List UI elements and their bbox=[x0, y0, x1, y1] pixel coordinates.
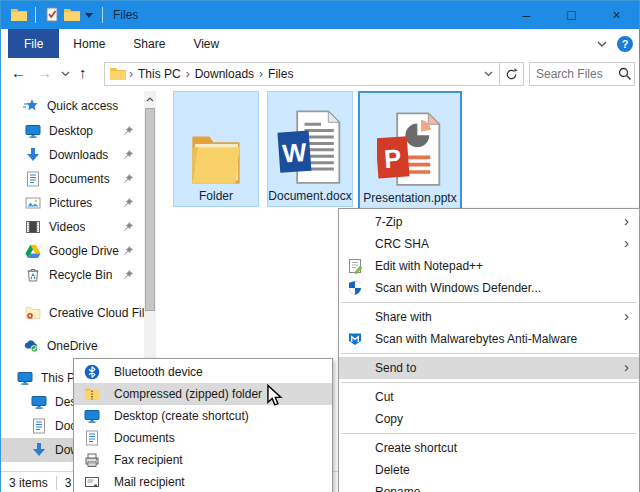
forward-button[interactable]: → bbox=[37, 64, 52, 81]
sidebar-item-label: Videos bbox=[49, 220, 85, 234]
status-separator bbox=[56, 476, 57, 490]
app-folder-icon bbox=[11, 7, 27, 23]
recent-locations-icon[interactable] bbox=[61, 71, 70, 77]
help-button[interactable]: ? bbox=[617, 36, 633, 52]
submenu-item-bluetooth[interactable]: Bluetooth device bbox=[74, 361, 332, 383]
sidebar-item-google-drive[interactable]: Google Drive bbox=[1, 239, 144, 263]
breadcrumb-this-pc[interactable]: This PC bbox=[138, 67, 181, 81]
scrollbar-thumb[interactable] bbox=[145, 108, 155, 311]
selected-count: 3 bbox=[65, 476, 72, 490]
sidebar-item-creative-cloud[interactable]: Creative Cloud Fil bbox=[1, 301, 144, 325]
close-button[interactable]: × bbox=[594, 1, 639, 29]
expand-ribbon-icon[interactable] bbox=[597, 41, 607, 47]
menu-item-label: Share with bbox=[375, 310, 432, 324]
menu-separator bbox=[341, 433, 637, 434]
sidebar-item-documents[interactable]: Documents bbox=[1, 167, 144, 191]
menu-item-rename[interactable]: Rename bbox=[339, 481, 639, 492]
title-bar: Files – □ × bbox=[1, 1, 639, 29]
tab-file[interactable]: File bbox=[8, 29, 59, 58]
document-icon bbox=[31, 418, 47, 434]
menu-item-scan-defender[interactable]: Scan with Windows Defender... bbox=[339, 277, 639, 299]
document-icon bbox=[84, 430, 100, 446]
menu-item-label: CRC SHA bbox=[375, 237, 429, 251]
search-input[interactable] bbox=[530, 66, 618, 82]
qat-properties-icon[interactable] bbox=[44, 7, 60, 23]
submenu-item-compressed-folder[interactable]: Compressed (zipped) folder bbox=[74, 383, 332, 405]
malwarebytes-icon bbox=[347, 331, 363, 347]
address-dropdown-icon[interactable] bbox=[484, 71, 493, 77]
sidebar-item-quick-access[interactable]: Quick access bbox=[1, 94, 144, 118]
menu-item-label: Compressed (zipped) folder bbox=[114, 387, 262, 401]
sidebar-item-desktop[interactable]: Desktop bbox=[1, 119, 144, 143]
sidebar-item-label: Pictures bbox=[49, 196, 92, 210]
submenu-item-desktop-shortcut[interactable]: Desktop (create shortcut) bbox=[74, 405, 332, 427]
refresh-button[interactable] bbox=[499, 63, 523, 85]
menu-item-delete[interactable]: Delete bbox=[339, 459, 639, 481]
breadcrumb-downloads[interactable]: Downloads bbox=[195, 67, 254, 81]
mail-icon bbox=[84, 474, 100, 490]
search-icon[interactable] bbox=[618, 67, 632, 81]
menu-item-crc-sha[interactable]: CRC SHA › bbox=[339, 233, 639, 255]
tab-home[interactable]: Home bbox=[59, 29, 119, 58]
file-name: Document.docx bbox=[268, 189, 351, 203]
pictures-icon bbox=[25, 195, 41, 211]
breadcrumb-files[interactable]: Files bbox=[268, 67, 293, 81]
file-tile-presentation[interactable]: P Presentation.pptx bbox=[358, 91, 462, 210]
sidebar-item-label: Downloads bbox=[49, 148, 108, 162]
ribbon-tab-bar: File Home Share View bbox=[1, 29, 639, 59]
qat-dropdown-icon[interactable] bbox=[85, 13, 93, 18]
minimize-button[interactable]: – bbox=[504, 1, 549, 29]
back-button[interactable]: ← bbox=[11, 64, 26, 81]
sidebar-item-label: Desktop bbox=[49, 124, 93, 138]
context-menu: 7-Zip › CRC SHA › Edit with Notepad++ Sc… bbox=[338, 208, 640, 492]
qat-separator-2 bbox=[102, 7, 103, 23]
qat-new-folder-icon[interactable] bbox=[64, 7, 80, 23]
menu-item-label: Delete bbox=[375, 463, 410, 477]
menu-item-label: Create shortcut bbox=[375, 441, 457, 455]
pin-icon bbox=[121, 221, 134, 234]
sidebar-item-onedrive[interactable]: OneDrive bbox=[1, 334, 144, 358]
menu-separator bbox=[341, 353, 637, 354]
up-button[interactable]: ↑ bbox=[79, 64, 87, 81]
menu-item-edit-notepad[interactable]: Edit with Notepad++ bbox=[339, 255, 639, 277]
submenu-item-fax[interactable]: Fax recipient bbox=[74, 449, 332, 471]
download-arrow-icon bbox=[25, 147, 41, 163]
folder-icon bbox=[185, 133, 247, 187]
menu-item-scan-malwarebytes[interactable]: Scan with Malwarebytes Anti-Malware bbox=[339, 328, 639, 350]
menu-item-7zip[interactable]: 7-Zip › bbox=[339, 211, 639, 233]
menu-item-create-shortcut[interactable]: Create shortcut bbox=[339, 437, 639, 459]
menu-item-share-with[interactable]: Share with › bbox=[339, 306, 639, 328]
this-pc-icon bbox=[17, 370, 33, 386]
menu-item-cut[interactable]: Cut bbox=[339, 386, 639, 408]
videos-icon bbox=[25, 219, 41, 235]
submenu-item-mail[interactable]: Mail recipient bbox=[74, 471, 332, 492]
desktop-icon bbox=[25, 123, 41, 139]
menu-item-label: Desktop (create shortcut) bbox=[114, 409, 249, 423]
scroll-up-icon[interactable] bbox=[144, 91, 156, 107]
tab-view[interactable]: View bbox=[179, 29, 233, 58]
sidebar-item-label: Creative Cloud Fil bbox=[49, 306, 144, 320]
menu-item-label: Copy bbox=[375, 412, 403, 426]
sidebar-item-pictures[interactable]: Pictures bbox=[1, 191, 144, 215]
svg-text:W: W bbox=[281, 138, 308, 168]
menu-item-label: Fax recipient bbox=[114, 453, 183, 467]
desktop-icon bbox=[31, 394, 47, 410]
sidebar-item-recycle-bin[interactable]: Recycle Bin bbox=[1, 263, 144, 287]
pin-icon bbox=[121, 173, 134, 186]
submenu-item-documents[interactable]: Documents bbox=[74, 427, 332, 449]
qat-separator bbox=[35, 7, 36, 23]
menu-item-send-to[interactable]: Send to › bbox=[339, 357, 639, 379]
powerpoint-file-icon: P bbox=[377, 111, 443, 189]
sidebar-item-videos[interactable]: Videos bbox=[1, 215, 144, 239]
search-box[interactable] bbox=[529, 62, 635, 86]
sidebar-item-downloads[interactable]: Downloads bbox=[1, 143, 144, 167]
sidebar-item-label: Google Drive bbox=[49, 244, 119, 258]
tab-share[interactable]: Share bbox=[119, 29, 179, 58]
sidebar-item-label: Quick access bbox=[47, 99, 118, 113]
file-tile-folder[interactable]: Folder bbox=[173, 91, 259, 207]
menu-item-copy[interactable]: Copy bbox=[339, 408, 639, 430]
address-bar[interactable]: › This PC › Downloads › Files bbox=[104, 62, 524, 86]
file-tile-document[interactable]: W Document.docx bbox=[267, 91, 353, 207]
maximize-button[interactable]: □ bbox=[549, 1, 594, 29]
sidebar-item-label: OneDrive bbox=[47, 339, 98, 353]
